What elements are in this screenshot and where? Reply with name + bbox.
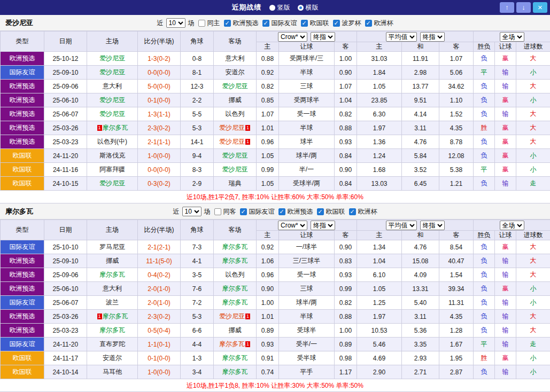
away-team-name: 爱沙尼亚 [222,82,248,90]
header-row-groups: 类型日期主场比分(半场)角球客场Crow*终指平均值终指全场 [1,32,550,42]
avg-away-odds: 11.31 [439,296,474,310]
league-filter[interactable]: 国际友谊 [262,19,298,28]
red-card-badge: 1 [97,313,102,319]
match-date: 25-10-12 [44,52,87,66]
handicap-outcome: 赢 [495,351,516,365]
match-date: 25-09-10 [44,66,87,80]
avg-away-odds: 5.06 [439,66,474,80]
avg-source-select[interactable]: 平均值 [386,221,417,230]
goals-outcome: 小 [516,66,550,80]
same-venue-checkbox[interactable] [198,20,205,27]
match-count-select[interactable]: 10 [182,207,202,216]
away-odds: 1.17 [335,365,357,379]
match-row: 欧洲预选25-09-06摩尔多瓦0-4(0-2)3-5以色列0.96受一球0.9… [1,268,550,282]
match-score: 1-0(0-0) [138,149,181,163]
league-filter[interactable]: 欧洲杯 [365,19,394,28]
result-outcome: 负 [474,135,495,149]
league-filter[interactable]: 波罗杯 [333,19,362,28]
titlebar-center: 近期战绩 竖版横版 [232,3,319,12]
league-type-badge: 欧国联 [1,177,44,191]
home-team-name: 摩尔多瓦 [99,326,125,334]
same-venue-filter[interactable]: 同客 [214,207,237,216]
home-odds: 1.05 [257,149,279,163]
sub-column-header: 胜负 [474,231,495,240]
match-count-select[interactable]: 10 [166,18,185,28]
result-outcome: 负 [474,310,495,324]
mode-option-vertical[interactable]: 竖版 [269,3,290,12]
match-row: 欧洲预选25-03-23以色列(中)2-1(1-1)14-1爱沙尼亚10.96球… [1,135,550,149]
league-filter[interactable]: 欧洲杯 [349,207,378,216]
avg-away-odds: 34.62 [439,80,474,93]
games-label: 场 [188,19,195,28]
home-team-name: 意大利 [103,285,122,292]
league-checkbox[interactable] [365,20,372,27]
handicap-outcome: 赢 [495,149,516,163]
sub-column-header: 主 [257,231,279,240]
home-team: 直布罗陀 [87,338,138,351]
league-type-badge: 欧洲预选 [1,268,44,282]
bookmaker-select[interactable]: Crow* [278,32,307,42]
away-team-name: 爱沙尼亚 [219,138,245,145]
match-date: 25-09-06 [44,268,87,282]
odds-stage-select[interactable]: 终指 [311,32,335,42]
same-venue-checkbox[interactable] [214,208,221,215]
league-filter[interactable]: 欧洲预选 [278,207,314,216]
away-odds: 0.93 [335,268,357,282]
match-row: 国际友谊24-11-20直布罗陀1-1(0-1)4-4摩尔多瓦10.93受半/一… [1,338,550,351]
league-checkbox[interactable] [278,208,285,215]
league-label: 国际友谊 [272,19,297,28]
away-odds: 1.00 [335,324,357,338]
avg-away-odds: 2.87 [439,365,474,379]
league-checkbox[interactable] [349,208,356,215]
match-row: 欧国联24-11-17安道尔0-1(0-0)1-3摩尔多瓦0.91受半球0.98… [1,351,550,365]
scope-select[interactable]: 全场 [500,32,524,42]
league-checkbox[interactable] [333,20,340,27]
goals-outcome: 大 [516,240,550,254]
avg-source-select[interactable]: 平均值 [386,32,417,42]
match-date: 24-10-14 [44,365,87,379]
league-type-badge: 国际友谊 [1,240,44,254]
league-checkbox[interactable] [301,20,308,27]
goals-outcome: 大 [516,324,550,338]
league-checkbox[interactable] [317,208,324,215]
avg-away-odds: 1.07 [439,52,474,66]
odds-stage-select[interactable]: 终指 [311,221,335,230]
avg-home-odds: 6.30 [357,107,402,121]
league-checkbox[interactable] [240,208,247,215]
away-team: 爱沙尼亚1 [214,121,257,135]
move-down-button[interactable]: ↓ [516,2,531,13]
avg-away-odds: 40.47 [439,254,474,268]
league-filter[interactable]: 国际友谊 [240,207,276,216]
league-type-badge: 欧国联 [1,149,44,163]
match-date: 24-10-15 [44,177,87,191]
corner-score: 6-6 [181,324,214,338]
avg-away-odds: 8.78 [439,135,474,149]
match-score: 1-1(0-1) [138,338,181,351]
close-button[interactable]: × [533,2,547,13]
scope-select[interactable]: 全场 [500,221,524,230]
league-checkbox[interactable] [262,20,269,27]
match-date: 24-11-17 [44,351,87,365]
league-type-badge: 欧国联 [1,365,44,379]
mode-option-horizontal[interactable]: 横版 [298,3,319,12]
section-header: 摩尔多瓦近10场同客国际友谊欧洲预选欧国联欧洲杯 [0,203,550,219]
handicap-line: 球半/两 [279,149,335,163]
results-table: 类型日期主场比分(半场)角球客场Crow*终指平均值终指全场主让球客主和客胜负让… [0,219,550,379]
move-up-button[interactable]: ↑ [500,2,514,13]
match-score: 11-1(5-0) [138,254,181,268]
match-date: 25-03-26 [44,310,87,324]
league-checkbox[interactable] [224,20,231,27]
corner-score: 0-8 [181,52,214,66]
league-filter[interactable]: 欧洲预选 [224,19,260,28]
avg-stage-select[interactable]: 终指 [420,221,445,230]
league-filter[interactable]: 欧国联 [301,19,330,28]
avg-stage-select[interactable]: 终指 [420,32,445,42]
league-filter[interactable]: 欧国联 [317,207,346,216]
same-venue-filter[interactable]: 同主 [198,19,221,28]
match-row: 欧洲预选25-10-12爱沙尼亚1-3(0-2)0-8意大利0.88受两球半/三… [1,52,550,66]
handicap-outcome: 输 [495,338,516,351]
avg-away-odds: 1.95 [439,351,474,365]
bookmaker-select[interactable]: Crow* [278,221,307,230]
column-header: 客场 [214,220,257,240]
result-outcome: 负 [474,254,495,268]
